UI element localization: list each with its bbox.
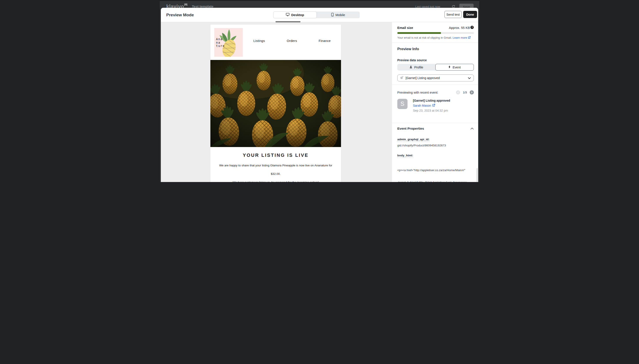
email-size-progressbar	[397, 32, 474, 34]
email-body-paragraph-2: We hear customers lining up, be prepared…	[219, 178, 332, 182]
event-pager: 1/3	[456, 90, 474, 94]
preview-modal-header: Preview Mode Desktop Mobile Send test D	[161, 8, 478, 22]
external-link-icon	[432, 104, 435, 107]
learn-more-link[interactable]: Learn more	[453, 36, 467, 39]
clipping-note: Your email is not at risk of clipping in…	[397, 36, 474, 39]
email-nav-orders[interactable]: Orders	[276, 39, 308, 42]
lightning-icon	[448, 65, 451, 69]
chevron-down-icon	[468, 76, 471, 80]
recent-event-row: Previewing with recent event: 1/3	[397, 90, 474, 94]
help-icon[interactable]: ?	[470, 26, 474, 30]
chevron-right-icon	[471, 92, 473, 94]
svg-text:?: ?	[471, 26, 473, 29]
recent-event-card: S [Garnet] Listing approved Sarah Mason …	[397, 99, 474, 112]
chevron-left-icon	[457, 92, 459, 94]
property-key[interactable]: body_html:	[397, 154, 413, 158]
tab-profile-label: Profile	[414, 66, 423, 69]
mobile-icon	[331, 13, 334, 17]
gears-icon	[400, 76, 404, 80]
event-select-value: [Garnet] Listing approved	[406, 76, 466, 80]
email-size-progress-fill	[397, 32, 441, 34]
event-select-dropdown[interactable]: [Garnet] Listing approved	[397, 74, 474, 82]
recent-event-label: Previewing with recent event:	[397, 91, 438, 94]
prev-event-button[interactable]	[456, 90, 460, 94]
done-button[interactable]: Done	[463, 11, 477, 18]
tab-event-label: Event	[453, 66, 461, 69]
email-nav-finance[interactable]: Finance	[308, 39, 341, 42]
klaviyo-preview-screen: klaviyo Test template Last saved just no…	[160, 0, 479, 182]
email-heading: YOUR LISTING IS LIVE	[210, 153, 341, 158]
preview-data-source-label: Preview data source	[397, 58, 474, 62]
device-toggle: Desktop Mobile	[273, 12, 360, 18]
send-test-button[interactable]: Send test	[445, 11, 462, 18]
preview-info-title: Preview Info	[397, 47, 474, 51]
email-size-row: Email size Approx. 55 KB ?	[397, 26, 474, 30]
tab-mobile-label: Mobile	[335, 13, 345, 17]
ananature-logo: Ana na ture	[214, 28, 243, 57]
person-icon	[410, 66, 412, 69]
event-properties-header: Event Properties	[397, 126, 474, 130]
sidebar-divider	[392, 42, 478, 43]
event-timestamp: Sep 23, 2023 at 04:32 pm	[413, 109, 450, 112]
event-page-count: 1/3	[463, 91, 467, 94]
preview-sidebar: Email size Approx. 55 KB ? Your email is…	[392, 22, 478, 182]
event-name: [Garnet] Listing approved	[413, 99, 450, 102]
chevron-up-icon	[470, 128, 474, 130]
preview-modal: Preview Mode Desktop Mobile Send test D	[161, 8, 478, 182]
profile-link[interactable]: Sarah Mason	[413, 104, 431, 107]
next-event-button[interactable]	[470, 90, 474, 94]
event-properties-title: Event Properties	[397, 126, 424, 130]
desktop-icon	[286, 13, 289, 17]
logo-wordmark: Ana na ture	[216, 38, 225, 48]
sidebar-divider	[392, 85, 478, 85]
email-body-paragraph-1: We are happy to share that your listing …	[219, 161, 332, 178]
tab-event[interactable]: Event	[435, 64, 474, 70]
tab-desktop[interactable]: Desktop	[273, 12, 317, 18]
avatar: S	[397, 99, 408, 109]
collapse-section-button[interactable]	[470, 127, 474, 130]
property-key[interactable]: admin_graphql_api_id:	[397, 138, 430, 142]
email-nav-listings[interactable]: Listings	[243, 39, 276, 42]
pineapples-photo	[210, 60, 341, 147]
tab-desktop-label: Desktop	[291, 13, 304, 17]
tab-profile[interactable]: Profile	[397, 64, 435, 70]
data-source-toggle: Profile Event	[397, 64, 474, 70]
property-value: gid://shopify/Product/8609458192673	[397, 144, 474, 147]
property-value-body-html: <p><a href="http://appletiser.co.za/za/H…	[397, 160, 474, 182]
tab-mobile[interactable]: Mobile	[317, 12, 360, 18]
email-size-label: Email size	[397, 26, 413, 30]
external-link-icon	[468, 36, 471, 39]
email-preview-canvas: Ana na ture Listings Orders Finance	[161, 22, 392, 182]
sidebar-scrollbar[interactable]	[477, 168, 478, 182]
modal-title: Preview Mode	[166, 12, 194, 17]
email-header-row: Ana na ture Listings Orders Finance	[210, 24, 341, 57]
email-nav: Listings Orders Finance	[243, 39, 341, 42]
sidebar-divider	[392, 123, 478, 123]
klaviyo-flag-icon	[184, 3, 187, 7]
email-preview-card: Ana na ture Listings Orders Finance	[210, 24, 341, 182]
email-size-value: Approx. 55 KB	[449, 26, 470, 30]
